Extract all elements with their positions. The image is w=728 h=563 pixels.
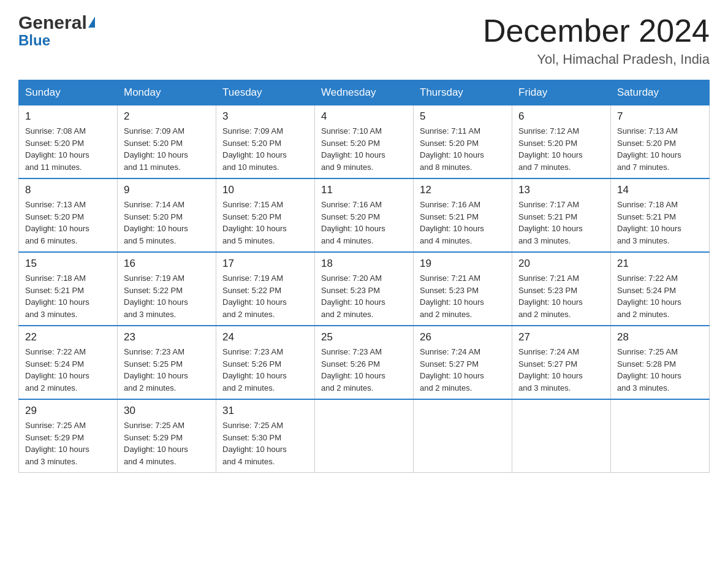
table-row: 7Sunrise: 7:13 AMSunset: 5:20 PMDaylight… xyxy=(611,105,710,179)
day-number: 18 xyxy=(321,258,407,270)
day-number: 19 xyxy=(420,258,506,270)
header-wednesday: Wednesday xyxy=(315,80,414,105)
day-number: 2 xyxy=(124,110,210,123)
day-number: 9 xyxy=(124,184,210,196)
header-sunday: Sunday xyxy=(19,80,118,105)
day-number: 8 xyxy=(25,184,111,196)
day-detail: Sunrise: 7:08 AMSunset: 5:20 PMDaylight:… xyxy=(25,125,111,173)
day-number: 15 xyxy=(25,258,111,270)
day-number: 26 xyxy=(420,331,506,343)
page-header: General Blue December 2024 Yol, Himachal… xyxy=(18,12,710,67)
table-row: 4Sunrise: 7:10 AMSunset: 5:20 PMDaylight… xyxy=(315,105,414,179)
table-row: 19Sunrise: 7:21 AMSunset: 5:23 PMDayligh… xyxy=(414,252,512,326)
day-detail: Sunrise: 7:23 AMSunset: 5:26 PMDaylight:… xyxy=(321,346,407,394)
day-number: 20 xyxy=(518,258,604,270)
day-detail: Sunrise: 7:21 AMSunset: 5:23 PMDaylight:… xyxy=(420,272,506,320)
calendar-week-row: 22Sunrise: 7:22 AMSunset: 5:24 PMDayligh… xyxy=(19,326,710,399)
day-number: 6 xyxy=(518,110,604,123)
table-row: 29Sunrise: 7:25 AMSunset: 5:29 PMDayligh… xyxy=(19,399,118,473)
day-detail: Sunrise: 7:23 AMSunset: 5:25 PMDaylight:… xyxy=(124,346,210,394)
day-number: 7 xyxy=(617,110,703,123)
day-detail: Sunrise: 7:23 AMSunset: 5:26 PMDaylight:… xyxy=(222,346,308,394)
day-number: 5 xyxy=(420,110,506,123)
day-detail: Sunrise: 7:22 AMSunset: 5:24 PMDaylight:… xyxy=(617,272,703,320)
day-number: 13 xyxy=(518,184,604,196)
table-row: 12Sunrise: 7:16 AMSunset: 5:21 PMDayligh… xyxy=(414,178,512,252)
day-detail: Sunrise: 7:09 AMSunset: 5:20 PMDaylight:… xyxy=(124,125,210,173)
day-detail: Sunrise: 7:18 AMSunset: 5:21 PMDaylight:… xyxy=(25,272,111,320)
day-detail: Sunrise: 7:19 AMSunset: 5:22 PMDaylight:… xyxy=(124,272,210,320)
table-row xyxy=(414,399,512,473)
calendar-week-row: 29Sunrise: 7:25 AMSunset: 5:29 PMDayligh… xyxy=(19,399,710,473)
table-row: 26Sunrise: 7:24 AMSunset: 5:27 PMDayligh… xyxy=(414,326,512,399)
table-row: 10Sunrise: 7:15 AMSunset: 5:20 PMDayligh… xyxy=(216,178,315,252)
day-detail: Sunrise: 7:11 AMSunset: 5:20 PMDaylight:… xyxy=(420,125,506,173)
table-row xyxy=(512,399,611,473)
day-number: 21 xyxy=(617,258,703,270)
day-number: 25 xyxy=(321,331,407,343)
day-number: 14 xyxy=(617,184,703,196)
table-row: 1Sunrise: 7:08 AMSunset: 5:20 PMDaylight… xyxy=(19,105,118,179)
table-row: 2Sunrise: 7:09 AMSunset: 5:20 PMDaylight… xyxy=(118,105,216,179)
header-saturday: Saturday xyxy=(611,80,710,105)
header-tuesday: Tuesday xyxy=(216,80,315,105)
day-number: 12 xyxy=(420,184,506,196)
day-number: 11 xyxy=(321,184,407,196)
day-detail: Sunrise: 7:09 AMSunset: 5:20 PMDaylight:… xyxy=(222,125,308,173)
day-number: 1 xyxy=(25,110,111,123)
day-detail: Sunrise: 7:15 AMSunset: 5:20 PMDaylight:… xyxy=(222,199,308,247)
table-row: 6Sunrise: 7:12 AMSunset: 5:20 PMDaylight… xyxy=(512,105,611,179)
table-row: 20Sunrise: 7:21 AMSunset: 5:23 PMDayligh… xyxy=(512,252,611,326)
table-row: 9Sunrise: 7:14 AMSunset: 5:20 PMDaylight… xyxy=(118,178,216,252)
day-number: 28 xyxy=(617,331,703,343)
table-row: 31Sunrise: 7:25 AMSunset: 5:30 PMDayligh… xyxy=(216,399,315,473)
table-row: 14Sunrise: 7:18 AMSunset: 5:21 PMDayligh… xyxy=(611,178,710,252)
table-row: 11Sunrise: 7:16 AMSunset: 5:20 PMDayligh… xyxy=(315,178,414,252)
table-row: 27Sunrise: 7:24 AMSunset: 5:27 PMDayligh… xyxy=(512,326,611,399)
table-row: 30Sunrise: 7:25 AMSunset: 5:29 PMDayligh… xyxy=(118,399,216,473)
day-detail: Sunrise: 7:18 AMSunset: 5:21 PMDaylight:… xyxy=(617,199,703,247)
day-detail: Sunrise: 7:10 AMSunset: 5:20 PMDaylight:… xyxy=(321,125,407,173)
day-detail: Sunrise: 7:25 AMSunset: 5:29 PMDaylight:… xyxy=(124,419,210,467)
table-row: 17Sunrise: 7:19 AMSunset: 5:22 PMDayligh… xyxy=(216,252,315,326)
table-row: 21Sunrise: 7:22 AMSunset: 5:24 PMDayligh… xyxy=(611,252,710,326)
day-detail: Sunrise: 7:14 AMSunset: 5:20 PMDaylight:… xyxy=(124,199,210,247)
table-row xyxy=(315,399,414,473)
day-number: 29 xyxy=(25,405,111,417)
table-row: 15Sunrise: 7:18 AMSunset: 5:21 PMDayligh… xyxy=(19,252,118,326)
day-detail: Sunrise: 7:13 AMSunset: 5:20 PMDaylight:… xyxy=(617,125,703,173)
table-row: 18Sunrise: 7:20 AMSunset: 5:23 PMDayligh… xyxy=(315,252,414,326)
location-title: Yol, Himachal Pradesh, India xyxy=(483,52,710,67)
day-detail: Sunrise: 7:21 AMSunset: 5:23 PMDaylight:… xyxy=(518,272,604,320)
header-friday: Friday xyxy=(512,80,611,105)
table-row: 16Sunrise: 7:19 AMSunset: 5:22 PMDayligh… xyxy=(118,252,216,326)
day-number: 3 xyxy=(222,110,308,123)
day-number: 23 xyxy=(124,331,210,343)
day-number: 30 xyxy=(124,405,210,417)
weekday-header-row: Sunday Monday Tuesday Wednesday Thursday… xyxy=(19,80,710,105)
day-detail: Sunrise: 7:20 AMSunset: 5:23 PMDaylight:… xyxy=(321,272,407,320)
table-row: 22Sunrise: 7:22 AMSunset: 5:24 PMDayligh… xyxy=(19,326,118,399)
day-detail: Sunrise: 7:13 AMSunset: 5:20 PMDaylight:… xyxy=(25,199,111,247)
day-detail: Sunrise: 7:16 AMSunset: 5:21 PMDaylight:… xyxy=(420,199,506,247)
logo-general-text: General xyxy=(18,12,87,33)
day-detail: Sunrise: 7:25 AMSunset: 5:30 PMDaylight:… xyxy=(222,419,308,467)
table-row: 23Sunrise: 7:23 AMSunset: 5:25 PMDayligh… xyxy=(118,326,216,399)
day-detail: Sunrise: 7:17 AMSunset: 5:21 PMDaylight:… xyxy=(518,199,604,247)
day-number: 16 xyxy=(124,258,210,270)
table-row: 13Sunrise: 7:17 AMSunset: 5:21 PMDayligh… xyxy=(512,178,611,252)
month-title: December 2024 xyxy=(483,12,710,49)
calendar-week-row: 15Sunrise: 7:18 AMSunset: 5:21 PMDayligh… xyxy=(19,252,710,326)
day-number: 10 xyxy=(222,184,308,196)
logo: General Blue xyxy=(18,12,95,49)
day-detail: Sunrise: 7:24 AMSunset: 5:27 PMDaylight:… xyxy=(518,346,604,394)
table-row: 24Sunrise: 7:23 AMSunset: 5:26 PMDayligh… xyxy=(216,326,315,399)
logo-blue-text: Blue xyxy=(18,32,50,49)
day-detail: Sunrise: 7:12 AMSunset: 5:20 PMDaylight:… xyxy=(518,125,604,173)
table-row: 5Sunrise: 7:11 AMSunset: 5:20 PMDaylight… xyxy=(414,105,512,179)
day-detail: Sunrise: 7:24 AMSunset: 5:27 PMDaylight:… xyxy=(420,346,506,394)
table-row: 25Sunrise: 7:23 AMSunset: 5:26 PMDayligh… xyxy=(315,326,414,399)
logo-triangle-icon xyxy=(88,17,95,28)
day-detail: Sunrise: 7:22 AMSunset: 5:24 PMDaylight:… xyxy=(25,346,111,394)
table-row: 3Sunrise: 7:09 AMSunset: 5:20 PMDaylight… xyxy=(216,105,315,179)
